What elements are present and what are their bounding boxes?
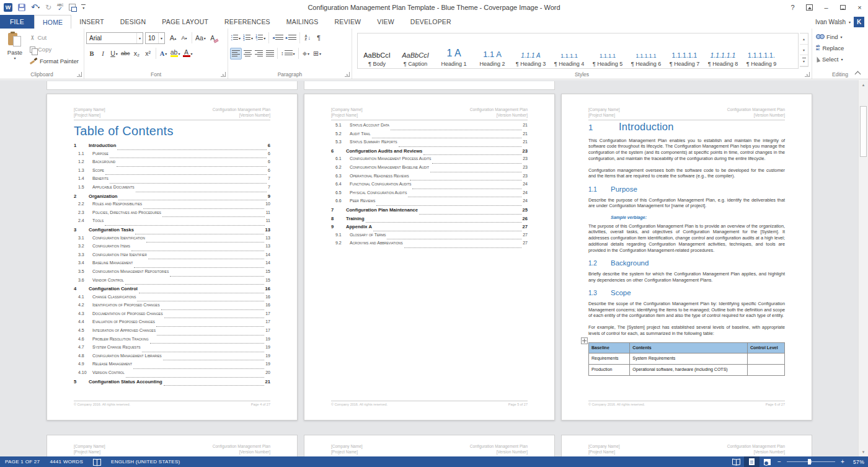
zoom-slider[interactable] [787,461,835,462]
grow-font-button[interactable]: A▴ [167,32,179,44]
ribbon-tab[interactable]: REVIEW [327,15,370,29]
ribbon-tab[interactable]: FILE [0,15,34,29]
change-case-button[interactable]: Aa▾ [194,32,207,44]
toc-entry[interactable]: 3 Configuration Tasks 13 [74,227,270,236]
toc-entry[interactable]: 4.1 Change Classifications 16 [74,295,270,303]
proofing-status-button[interactable] [88,456,106,467]
user-account[interactable]: Ivan Walsh ▾ K [815,17,864,27]
toc-entry[interactable]: 2.3 Policies, Directives and Procedures … [74,210,270,219]
styles-dialog-launcher[interactable] [805,72,810,77]
ribbon-tab[interactable]: PAGE LAYOUT [154,15,216,29]
language-indicator[interactable]: ENGLISH (UNITED STATES) [106,456,185,467]
toc-entry[interactable]: 3.6 Vendor Control 15 [74,278,270,287]
toc-entry[interactable]: 1.3 Scope 6 [74,168,270,177]
table-move-handle-icon[interactable] [581,337,588,344]
bullets-button[interactable]: • • •▾ [230,32,242,44]
print-layout-button[interactable] [744,456,760,467]
zoom-slider-thumb[interactable] [808,459,811,465]
paste-preview-button[interactable] [69,4,76,11]
table-header-cell[interactable]: Baseline [589,342,630,354]
scroll-down-button[interactable]: ▾ [859,447,868,456]
italic-button[interactable]: I [97,48,108,60]
style-item[interactable]: 1.1 A Heading 2 [473,33,512,68]
clipboard-dialog-launcher[interactable] [77,72,82,77]
toc-entry[interactable]: 4.7 System Change Requests 19 [74,345,270,354]
font-dialog-launcher[interactable] [221,72,226,77]
copy-button[interactable]: Copy [28,43,81,55]
toc-entry[interactable]: 1.1 Purpose 6 [74,151,270,160]
scrollbar-thumb[interactable] [860,106,867,157]
cut-button[interactable]: ✂Cut [28,32,81,43]
toc-entry[interactable]: 9 Appendix A 27 [331,224,528,233]
find-button[interactable]: Find▾ [816,31,866,42]
highlight-color-button[interactable]: ab▾ [169,48,182,60]
zoom-in-button[interactable]: + [838,458,847,465]
spellcheck-button[interactable]: ABC✓ [57,4,63,11]
user-dropdown-icon[interactable]: ▾ [849,20,851,24]
toc-entry[interactable]: 2 Organization 9 [74,193,270,202]
ribbon-tab[interactable]: REFERENCES [216,15,278,29]
sort-button[interactable]: AZ↓ [302,32,313,44]
page-indicator[interactable]: PAGE 1 OF 27 [0,456,45,467]
close-button[interactable]: × [851,1,868,14]
ribbon-tab[interactable]: DESIGN [112,15,154,29]
table-cell[interactable]: System Requirements [630,354,748,365]
toc-entry[interactable]: 6.2 Configuration Management Baseline Au… [331,165,528,174]
show-hide-marks-button[interactable]: ¶ [313,32,324,44]
underline-button[interactable]: U▾ [108,48,120,60]
increase-indent-button[interactable]: ▸ [285,32,298,44]
toc-entry[interactable]: 6.5 Physical Configuration Audits 24 [331,190,528,199]
vertical-scrollbar[interactable]: ▴ ▾ [858,80,868,456]
paste-dropdown-icon[interactable]: ▾ [14,56,16,60]
table-cell[interactable]: Operational software, hardware (includin… [630,364,748,375]
toc-entry[interactable]: 4.10 Version Control 20 [74,370,270,379]
strikethrough-button[interactable]: abc [120,48,131,60]
superscript-button[interactable]: x² [143,48,154,60]
shading-button[interactable]: ◆▾ [301,48,312,60]
toc-entry[interactable]: 4 Configuration Control 16 [74,286,270,295]
toc-entry[interactable]: 5.2 Audit Trail 21 [331,131,528,140]
toc-entry[interactable]: 6.6 Peer Reviews 24 [331,198,528,207]
style-item[interactable]: AaBbCcI ¶ Caption [396,33,435,68]
toc-entry[interactable]: 1 Introduction 6 [74,143,270,151]
style-item[interactable]: 1.1.1 A ¶ Heading 3 [512,33,550,68]
numbering-button[interactable]: 1 2 3▾ [242,32,254,44]
toc-entry[interactable]: 4.8 Configuration Management Libraries 1… [74,354,270,362]
help-button[interactable]: ? [784,1,801,14]
replace-button[interactable]: abacReplace [816,42,866,53]
format-painter-button[interactable]: Format Painter [28,55,81,67]
font-size-dropdown-icon[interactable]: ▾ [158,33,164,43]
toc-entry[interactable]: 2.4 Tools 11 [74,218,270,227]
font-size-select[interactable]: 10▾ [145,32,165,44]
toc-entry[interactable]: 2.2 Roles and Responsibilities 10 [74,202,270,210]
align-right-button[interactable] [253,48,264,60]
toc-entry[interactable]: 4.4 Evaluation of Proposed Changes 17 [74,319,270,328]
toc-entry[interactable]: 4.3 Documentation of Proposed Changes 17 [74,311,270,320]
toc-entry[interactable]: 3.1 Configuration Identification 13 [74,236,270,244]
toc-entry[interactable]: 1.2 Background 6 [74,159,270,168]
ribbon-tab[interactable]: HOME [34,15,71,29]
justify-button[interactable] [264,48,275,60]
toc-entry[interactable]: 6.1 Configuration Management Process Aud… [331,156,528,165]
text-effects-button[interactable]: A▾ [158,48,169,60]
style-item[interactable]: 1.1.1.1 ¶ Heading 4 [550,33,588,68]
style-item[interactable]: 1 A Heading 1 [435,33,473,68]
toc-entry[interactable]: 5.3 Status Summary Reports 21 [331,140,528,148]
zoom-percentage[interactable]: 57% [847,459,864,465]
toc-entry[interactable]: 5.1 Status Account Data 21 [331,123,528,131]
word-count[interactable]: 4441 WORDS [45,456,88,467]
style-item[interactable]: 1.1.1.1.1. ¶ Heading 9 [742,33,781,68]
subscript-button[interactable]: x₂ [131,48,143,60]
table-cell[interactable]: Production [589,364,630,375]
toc-entry[interactable]: 1.4 Benefits 7 [74,176,270,185]
clear-formatting-button[interactable]: A [207,32,218,44]
select-button[interactable]: Select▾ [816,53,866,64]
restore-button[interactable] [835,1,851,14]
toc-entry[interactable]: 7 Configuration Plan Maintenance 25 [331,207,528,216]
styles-more-button[interactable]: ▾ [800,55,808,66]
toc-entry[interactable]: 4.2 Identification of Proposed Changes 1… [74,303,270,311]
redo-button[interactable]: ↻ [45,4,51,11]
ribbon-display-options-button[interactable] [801,1,818,14]
style-item[interactable]: 1.1.1.1.1 ¶ Heading 7 [665,33,704,68]
align-center-button[interactable] [242,48,253,60]
